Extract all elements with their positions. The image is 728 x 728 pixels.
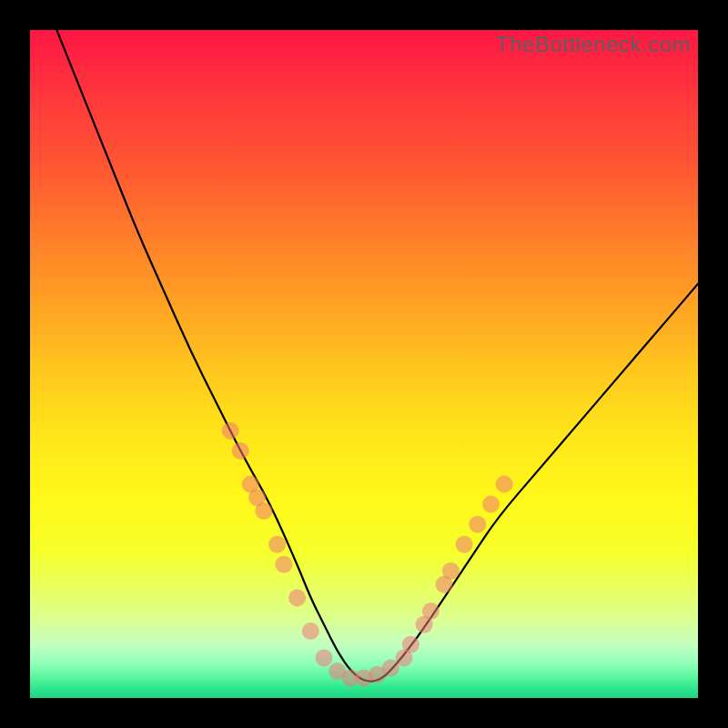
data-dot <box>232 442 249 460</box>
chart-frame: TheBottleneck.com <box>0 0 728 728</box>
bottleneck-curve <box>56 30 698 682</box>
plot-area: TheBottleneck.com <box>30 30 698 698</box>
data-dot <box>496 476 513 493</box>
data-dot <box>268 536 286 553</box>
data-dot <box>288 589 306 606</box>
data-dot <box>422 602 440 620</box>
data-dot <box>316 650 333 667</box>
chart-svg <box>30 30 698 698</box>
data-dot <box>402 636 420 653</box>
data-dot <box>302 622 319 640</box>
data-dot <box>456 536 473 553</box>
data-dot <box>469 516 486 533</box>
data-dot <box>482 496 500 513</box>
data-dot <box>222 422 239 440</box>
data-dot <box>255 502 272 520</box>
data-dot <box>275 556 292 573</box>
data-dot <box>442 562 460 580</box>
data-dots <box>222 422 513 687</box>
